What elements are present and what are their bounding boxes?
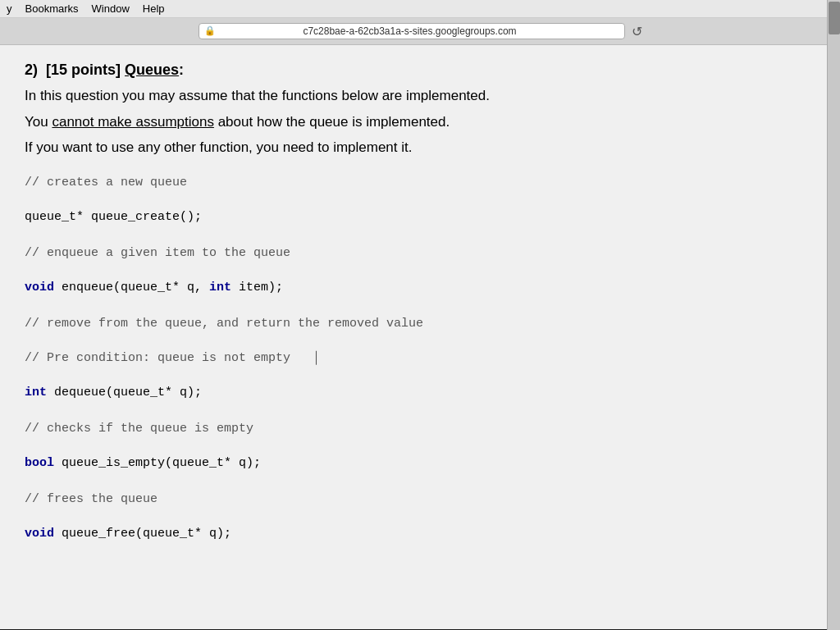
code-block-create: // creates a new queue queue_t* queue_cr… xyxy=(25,173,802,227)
menu-bar: y Bookmarks Window Help xyxy=(0,0,840,18)
code-enqueue-text: enqueue(queue_t* q, xyxy=(54,281,209,294)
keyword-int-enqueue: int xyxy=(209,281,231,294)
code-free-text: queue_free(queue_t* q); xyxy=(54,527,231,541)
comment-dequeue1: // remove from the queue, and return the… xyxy=(25,317,423,331)
address-bar-wrapper: 🔒 c7c28bae-a-62cb3a1a-s-sites.googlegrou… xyxy=(199,23,642,39)
code-isempty-text: queue_is_empty(queue_t* q); xyxy=(54,456,261,470)
question-text-line3: If you want to use any other function, y… xyxy=(25,137,802,158)
question-text-line2: You cannot make assumptions about how th… xyxy=(25,112,802,133)
address-bar[interactable]: 🔒 c7c28bae-a-62cb3a1a-s-sites.googlegrou… xyxy=(199,23,625,39)
code-block-dequeue: // remove from the queue, and return the… xyxy=(25,314,802,403)
code-comment-free: // frees the queue xyxy=(25,490,802,509)
browser-chrome: 🔒 c7c28bae-a-62cb3a1a-s-sites.googlegrou… xyxy=(0,18,840,45)
lock-icon: 🔒 xyxy=(204,25,216,36)
comment-creates: // creates a new queue xyxy=(25,176,187,189)
menu-item-bookmarks[interactable]: Bookmarks xyxy=(25,2,79,15)
code-create: queue_t* queue_create(); xyxy=(25,208,802,227)
code-enqueue: void enqueue(queue_t* q, int item); xyxy=(25,278,802,298)
refresh-icon[interactable]: ↺ xyxy=(632,24,642,39)
code-block-free: // frees the queue void queue_free(queue… xyxy=(25,490,802,544)
code-enqueue-item: item); xyxy=(231,281,283,294)
url-text: c7c28bae-a-62cb3a1a-s-sites.googlegroups… xyxy=(303,25,516,37)
code-isempty: bool queue_is_empty(queue_t* q); xyxy=(25,454,802,473)
menu-item-help[interactable]: Help xyxy=(143,2,165,15)
code-dequeue: int dequeue(queue_t* q); xyxy=(25,383,802,403)
question-text-line1: In this question you may assume that the… xyxy=(25,85,802,107)
keyword-bool: bool xyxy=(25,456,54,470)
menu-item-y[interactable]: y xyxy=(7,2,12,15)
comment-dequeue2: // Pre condition: queue is not empty │ xyxy=(25,351,320,365)
code-comment-dequeue1: // remove from the queue, and return the… xyxy=(25,314,802,334)
question-title-underline: Queues xyxy=(125,62,179,78)
comment-free: // frees the queue xyxy=(25,492,158,506)
code-comment-enqueue: // enqueue a given item to the queue xyxy=(25,244,802,263)
code-block-isempty: // checks if the queue is empty bool que… xyxy=(25,419,802,473)
code-block-enqueue: // enqueue a given item to the queue voi… xyxy=(25,244,802,298)
code-free: void queue_free(queue_t* q); xyxy=(25,524,802,544)
question-number: 2) xyxy=(25,62,38,78)
keyword-void-enqueue: void xyxy=(25,281,54,294)
comment-isempty: // checks if the queue is empty xyxy=(25,422,253,436)
menu-item-window[interactable]: Window xyxy=(92,2,130,15)
underline-cannot: cannot make assumptions xyxy=(52,114,214,130)
scroll-track[interactable] xyxy=(827,0,840,630)
code-comment-create: // creates a new queue xyxy=(25,173,802,193)
page-content: 2) [15 points] Queues: In this question … xyxy=(0,45,827,629)
comment-enqueue: // enqueue a given item to the queue xyxy=(25,246,290,260)
question-header: 2) [15 points] Queues: xyxy=(25,62,802,79)
keyword-int-dequeue: int xyxy=(25,386,47,399)
scroll-thumb[interactable] xyxy=(829,2,840,34)
code-create-text: queue_t* queue_create(); xyxy=(25,210,202,224)
code-comment-isempty: // checks if the queue is empty xyxy=(25,419,802,439)
keyword-void-free: void xyxy=(25,527,54,541)
code-comment-dequeue2: // Pre condition: queue is not empty │ xyxy=(25,349,802,368)
code-dequeue-text: dequeue(queue_t* q); xyxy=(47,386,202,399)
page-wrapper: y Bookmarks Window Help 🔒 c7c28bae-a-62c… xyxy=(0,0,840,630)
